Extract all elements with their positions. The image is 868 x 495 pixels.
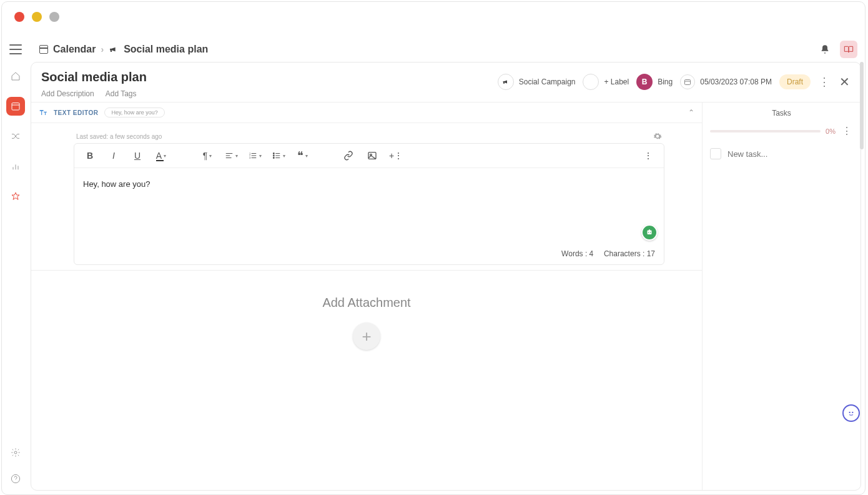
book-button[interactable] [840, 41, 857, 58]
link-button[interactable] [342, 149, 355, 162]
italic-button[interactable]: I [107, 149, 121, 162]
new-task-input[interactable] [727, 149, 832, 159]
underline-button[interactable]: U [131, 149, 144, 162]
align-left-icon [225, 151, 234, 160]
blank-circle-icon [583, 74, 599, 90]
tasks-percent: 0% [826, 128, 836, 135]
collapse-editor[interactable]: ⌃ [688, 108, 694, 117]
more-menu[interactable]: ⋮ [818, 75, 831, 89]
book-icon [844, 45, 854, 54]
rail-calendar[interactable] [6, 97, 25, 116]
last-saved: Last saved: a few seconds ago [76, 133, 162, 140]
scrollbar-thumb[interactable] [860, 62, 864, 149]
attachment-title: Add Attachment [31, 296, 702, 310]
chars-label: Characters : [604, 249, 644, 258]
traffic-minimize[interactable] [32, 12, 42, 22]
bullet-list-icon [272, 151, 281, 160]
tasks-more[interactable]: ⋮ [841, 125, 853, 137]
editor-section-title: TEXT EDITOR [54, 109, 98, 116]
svg-point-18 [273, 153, 274, 154]
svg-point-20 [273, 158, 274, 159]
bold-button[interactable]: B [83, 149, 97, 162]
image-button[interactable] [365, 149, 379, 162]
words-count: 4 [589, 249, 594, 258]
svg-point-27 [852, 412, 853, 413]
page-title: Social media plan [41, 70, 498, 84]
assignee-pill[interactable]: B Bing [636, 74, 673, 90]
add-label-pill[interactable]: + Label [583, 74, 629, 90]
campaign-pill[interactable]: Social Campaign [498, 74, 576, 90]
svg-rect-0 [12, 103, 19, 110]
avatar: B [636, 74, 653, 90]
chars-count: 17 [647, 249, 655, 258]
link-icon [343, 151, 353, 161]
schedule-pill[interactable]: 05/03/2023 07:08 PM [680, 74, 772, 89]
svg-text:3: 3 [249, 157, 250, 159]
help-fab[interactable] [842, 404, 860, 422]
image-icon [367, 151, 377, 161]
text-editor-icon [39, 108, 47, 117]
megaphone-icon [109, 44, 119, 54]
campaign-label: Social Campaign [519, 78, 576, 86]
tasks-progress-bar [710, 130, 821, 132]
svg-rect-7 [685, 80, 691, 85]
svg-point-26 [849, 412, 851, 413]
add-tags-link[interactable]: Add Tags [106, 89, 137, 98]
ordered-list-button[interactable]: 123 [248, 149, 262, 162]
assignee-name: Bing [658, 78, 673, 86]
face-icon [847, 409, 856, 418]
words-label: Words : [561, 249, 587, 258]
close-button[interactable]: ✕ [838, 74, 851, 89]
rail-home[interactable] [6, 67, 25, 86]
editor-stats: Words : 4 Characters : 17 [74, 243, 664, 264]
insert-more-button[interactable]: +⋮ [389, 149, 403, 162]
add-attachment-button[interactable]: + [353, 322, 380, 350]
status-badge[interactable]: Draft [779, 74, 811, 89]
editor-content[interactable]: Hey, how are you? [74, 168, 664, 243]
bullet-list-button[interactable] [272, 149, 285, 162]
traffic-close[interactable] [14, 12, 24, 22]
calendar-icon [684, 78, 691, 86]
task-checkbox[interactable] [710, 148, 721, 159]
calendar-icon [39, 45, 48, 54]
bot-icon [646, 229, 653, 236]
svg-point-5 [14, 451, 17, 454]
chevron-right-icon: › [101, 44, 104, 54]
breadcrumb-root[interactable]: Calendar [53, 44, 96, 55]
datetime-text: 05/03/2023 07:08 PM [700, 78, 772, 86]
rail-star[interactable] [6, 187, 25, 206]
breadcrumb-current: Social media plan [124, 44, 208, 55]
rail-shuffle[interactable] [6, 127, 25, 146]
align-button[interactable] [224, 149, 238, 162]
quote-button[interactable]: ❝ [295, 149, 309, 162]
traffic-maximize[interactable] [49, 12, 59, 22]
svg-point-19 [273, 155, 274, 156]
gear-icon[interactable] [653, 132, 662, 141]
hamburger-menu[interactable] [9, 43, 22, 56]
assistant-badge[interactable] [641, 224, 658, 241]
rail-help[interactable] [6, 469, 25, 488]
bell-icon[interactable] [820, 44, 830, 54]
rail-analytics[interactable] [6, 157, 25, 176]
rail-settings[interactable] [6, 443, 25, 462]
text-color-button[interactable]: A [154, 149, 168, 162]
megaphone-icon [502, 78, 510, 86]
add-label-text: + Label [604, 78, 629, 86]
breadcrumb: Calendar › Social media plan [39, 44, 208, 55]
add-description-link[interactable]: Add Description [41, 89, 94, 98]
ordered-list-icon: 123 [249, 151, 257, 160]
tasks-title: Tasks [710, 109, 853, 118]
snippet-pill: Hey, how are you? [104, 108, 164, 118]
paragraph-button[interactable]: ¶ [200, 149, 214, 162]
toolbar-more[interactable]: ⋮ [641, 149, 655, 162]
